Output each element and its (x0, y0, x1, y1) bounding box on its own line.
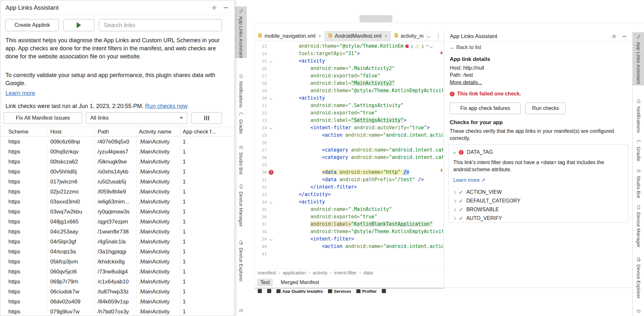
tool-tab-device-manager[interactable]: Device Manager (235, 182, 247, 233)
column-header[interactable]: Host (50, 127, 96, 137)
table-row[interactable]: https06dv02o409/84k659v1sp.MainActivity1 (0, 297, 235, 307)
column-divider[interactable] (48, 127, 48, 316)
table-row[interactable]: https03wq7w2kbu/y0qqimaw3s.MainActivity1 (0, 207, 235, 217)
tool-tab-app-links-assistant[interactable]: App Links Assistant (235, 6, 247, 58)
tool-tab-studio-bot[interactable]: Studio Bot (633, 166, 644, 198)
tool-icon[interactable] (258, 289, 262, 293)
tool-icon[interactable] (382, 289, 386, 293)
window-titlebar[interactable]: App Links Assistant (0, 0, 235, 15)
column-header[interactable]: App check f... (183, 127, 221, 137)
table-row[interactable]: https04rtcqtz3a/3a1hgptqgi.MainActivity1 (0, 247, 235, 257)
next-issue-icon[interactable] (430, 45, 433, 48)
create-applink-button[interactable]: Create Applink (5, 19, 59, 31)
fix-all-manifest-issues-button[interactable]: Fix All Manifest Issues (4, 112, 82, 124)
table-row[interactable]: https03axxd3mi0/e6g63mim....MainActivity… (0, 197, 235, 207)
hide-panel-icon[interactable] (621, 33, 628, 40)
editor-tab-activity-m[interactable]: activity_m (391, 31, 427, 41)
more-details-link[interactable]: More details... (450, 80, 482, 85)
tool-button-label[interactable]: Profiler (362, 289, 377, 293)
table-row[interactable]: https060qv5jct6/73ne8udqj4.MainActivity1 (0, 267, 235, 277)
table-row[interactable]: https04r5lqn3gf/4g5nalc1la.MainActivity1 (0, 237, 235, 247)
tab-text[interactable]: Text (257, 279, 273, 286)
fold-icon[interactable] (270, 238, 273, 241)
scrollbar-error-mark[interactable] (441, 52, 442, 54)
tool-tab-notifications[interactable]: Notifications (633, 97, 644, 133)
table-row[interactable]: https069p7r79rh/c1x64yab10.MainActivity1 (0, 277, 235, 287)
close-tab-icon[interactable]: × (318, 33, 321, 39)
column-divider[interactable] (95, 127, 95, 316)
table-row[interactable]: https02jv21zzmc/l059v8t4e9.MainActivity1 (0, 187, 235, 197)
code-area[interactable]: 13 android:theme="@style/Theme.KotlinEmp… (255, 43, 443, 268)
close-tab-icon[interactable]: × (384, 33, 387, 39)
column-divider[interactable] (136, 127, 137, 316)
learn-more-link[interactable]: Learn more (5, 90, 35, 96)
editor-tab-mobile-navigation-xml[interactable]: mobile_navigation.xml× (255, 31, 325, 41)
breadcrumb-item[interactable]: intent-filter (334, 270, 357, 275)
breadcrumb-item[interactable]: data (363, 270, 373, 275)
failed-check-row[interactable]: ! DATA_TAG (453, 149, 493, 156)
tool-tab-gradle[interactable]: Gradle (633, 137, 644, 163)
tool-tab-device-explorer[interactable]: Device Explorer (235, 238, 247, 286)
table-row[interactable]: https017jwlxzn6/u5t2usab5j.MainActivity1 (0, 177, 235, 187)
table-row[interactable]: https06ciudok7w/tu87hwp33z.MainActivity1 (0, 287, 235, 297)
tool-icon[interactable] (276, 289, 281, 293)
run-checks-now-link[interactable]: Run checks now (145, 103, 187, 109)
tool-tab-partial[interactable] (633, 306, 644, 315)
editor-more-button[interactable]: ⋮ (434, 32, 442, 40)
editor-tab-androidmanifest-xml[interactable]: AndroidManifest.xml× (325, 31, 391, 41)
fold-icon[interactable] (270, 97, 273, 100)
check-label: ACTION_VIEW (466, 189, 502, 195)
table-row[interactable]: https05kfcp3jvm/khidckix8g.MainActivity1 (0, 257, 235, 267)
code-line: 15 <activity (255, 57, 443, 65)
check-row-default_category[interactable]: ✓DEFAULT_CATEGORY (453, 197, 520, 204)
fold-icon[interactable] (270, 201, 273, 204)
table-row[interactable]: https00hq9zrkqv/yzu4kpeas7.MainActivity1 (0, 147, 235, 157)
tool-button-label[interactable]: App Quality Insights (282, 289, 323, 293)
inspection-widget[interactable]: 1 ⚠1 (403, 43, 434, 50)
minimize-icon[interactable] (222, 4, 229, 11)
scrollbar-warning-mark[interactable] (441, 169, 442, 172)
table-row[interactable]: https00v5hhld0j/o0xhs14ykb.MainActivity1 (0, 167, 235, 177)
run-button[interactable] (63, 19, 94, 31)
table-row[interactable]: https04ic253aay/1wwnfbr738.MainActivity1 (0, 227, 235, 237)
table-row[interactable]: https00tskcza62/5lknugk9se.MainActivity1 (0, 157, 235, 167)
column-header[interactable]: Scheme (8, 127, 46, 137)
gear-icon[interactable] (211, 4, 218, 11)
column-divider[interactable] (180, 127, 180, 316)
check-row-browsable[interactable]: ✓BROWSABLE (453, 206, 499, 213)
tab-overflow-button[interactable] (425, 32, 432, 40)
fold-icon[interactable] (270, 60, 273, 63)
fix-app-check-failures-button[interactable]: Fix app check failures (450, 103, 521, 114)
check-row-auto_verify[interactable]: ✓AUTO_VERIFY (453, 215, 502, 222)
tool-tab-gradle[interactable]: Gradle (235, 110, 247, 138)
tool-button-label[interactable]: Services (334, 289, 351, 293)
tool-tab-notifications[interactable]: Notifications (235, 72, 247, 110)
links-filter-dropdown[interactable]: All links (86, 112, 187, 124)
tool-tab-partial[interactable] (235, 306, 247, 314)
fold-icon[interactable] (270, 126, 273, 130)
check-row-action_view[interactable]: ✓ACTION_VIEW (453, 189, 502, 196)
columns-button[interactable] (191, 112, 222, 124)
breadcrumb-item[interactable]: manifest (258, 270, 276, 275)
gear-icon[interactable] (610, 33, 618, 40)
column-header[interactable]: Path (98, 127, 138, 137)
tool-icon[interactable] (267, 289, 271, 293)
table-row[interactable]: https008c6z68np/407e09q5x0.MainActivity1 (0, 137, 235, 147)
tool-tab-app-links-assistant[interactable]: App Links Assistant (633, 32, 644, 85)
tool-tab-studio-bot[interactable]: Studio Bot (235, 143, 247, 177)
learn-more-link[interactable]: Learn more ↗ (453, 177, 485, 183)
table-row[interactable]: https079g9luv7w/h7bd07ox3y.MainActivity1 (0, 307, 235, 316)
tool-tab-device-manager[interactable]: Device Manager (633, 202, 644, 252)
tab-merged-manifest[interactable]: Merged Manifest (277, 279, 322, 286)
search-input[interactable] (99, 19, 222, 31)
breadcrumb-item[interactable]: application (283, 270, 306, 275)
column-header[interactable]: Activity name (139, 127, 181, 137)
breadcrumb-item[interactable]: activity (312, 270, 327, 275)
tool-icon[interactable] (356, 289, 360, 293)
prev-issue-icon[interactable] (426, 45, 429, 48)
tool-icon[interactable] (328, 289, 332, 293)
run-checks-button[interactable]: Run checks (525, 103, 566, 114)
tool-tab-device-explorer[interactable]: Device Explorer (633, 255, 644, 302)
table-row[interactable]: https048jg1x665/qgrt37ezpm.MainActivity1 (0, 217, 235, 227)
back-to-list-link[interactable]: ← Back to list (450, 44, 481, 50)
